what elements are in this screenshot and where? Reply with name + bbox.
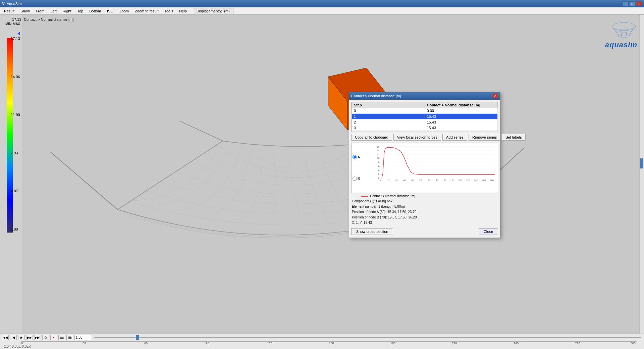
skip-start-button[interactable]: ◀◀ bbox=[2, 335, 9, 340]
svg-text:160: 160 bbox=[442, 179, 446, 182]
close-dialog-button[interactable]: Close bbox=[479, 228, 498, 235]
table-row[interactable]: 215.43 bbox=[352, 119, 498, 125]
radio-b-label[interactable]: B bbox=[353, 177, 360, 181]
close-button[interactable]: ✕ bbox=[636, 1, 642, 6]
menu-zoom-result[interactable]: Zoom to result bbox=[132, 8, 161, 14]
legend-label-0: 17.13 bbox=[11, 37, 20, 41]
tick-270: 270 bbox=[575, 342, 580, 345]
radio-a-input[interactable] bbox=[353, 155, 357, 159]
svg-text:0: 0 bbox=[380, 179, 382, 182]
time-slider[interactable] bbox=[94, 335, 641, 340]
record-button[interactable]: ● bbox=[50, 335, 57, 340]
dialog-titlebar[interactable]: Contact > Normal distanse [m] ✕ bbox=[349, 92, 500, 100]
legend-label-1: 14.06 bbox=[11, 75, 20, 79]
svg-text:100: 100 bbox=[419, 179, 423, 182]
set-labels-button[interactable]: Set labels bbox=[502, 134, 525, 141]
menu-show[interactable]: Show bbox=[18, 8, 33, 14]
time-thumb[interactable] bbox=[136, 335, 139, 340]
results-dialog: Contact > Normal distanse [m] ✕ Step Con… bbox=[349, 92, 500, 238]
remove-series-button[interactable]: Remove series bbox=[469, 134, 500, 141]
radio-a-label[interactable]: A bbox=[353, 155, 360, 159]
displacement-tab[interactable]: Displacement:Z_(m) bbox=[193, 8, 233, 14]
chart-legend-text: Contact > Normal distanse [m] bbox=[370, 194, 415, 198]
add-series-button[interactable]: Add series bbox=[442, 134, 467, 141]
menu-left[interactable]: Left bbox=[48, 8, 59, 14]
table-cell-value: 15.43 bbox=[425, 119, 498, 125]
radio-b-text: B bbox=[358, 177, 360, 181]
table-cell-value: 0.00 bbox=[425, 108, 498, 114]
chart-container: A B bbox=[351, 143, 498, 193]
menu-zoom[interactable]: Zoom bbox=[117, 8, 131, 14]
view-local-section-forces-button[interactable]: View local section forces bbox=[393, 134, 441, 141]
camera-button[interactable]: 📷 bbox=[58, 335, 65, 340]
table-cell-step: 1 bbox=[352, 114, 425, 119]
skip-end-button[interactable]: ▶▶| bbox=[34, 335, 41, 340]
right-slider-thumb[interactable] bbox=[640, 158, 643, 168]
dialog-footer: Show cross-section Close bbox=[351, 227, 498, 236]
svg-text:6: 6 bbox=[378, 165, 380, 167]
svg-text:60: 60 bbox=[404, 179, 406, 182]
table-row[interactable]: 115.43 bbox=[352, 114, 498, 119]
svg-line-13 bbox=[626, 30, 627, 38]
legend-max-label: MAX bbox=[13, 22, 20, 26]
svg-text:240: 240 bbox=[474, 179, 478, 182]
svg-point-10 bbox=[612, 22, 636, 31]
menu-bottom[interactable]: Bottom bbox=[87, 8, 104, 14]
svg-text:220: 220 bbox=[466, 179, 470, 182]
viewport[interactable]: Contact > Normal distanse [m] bbox=[22, 15, 644, 334]
tick-60: 60 bbox=[144, 342, 148, 345]
table-row[interactable]: 415.43 bbox=[352, 131, 498, 132]
svg-text:120: 120 bbox=[427, 179, 431, 182]
menu-help[interactable]: Help bbox=[176, 8, 190, 14]
data-table-scroll[interactable]: Step Contact > Normal distanse [m] 00.00… bbox=[351, 102, 498, 132]
legend-label-4: 4.87 bbox=[11, 189, 20, 193]
table-cell-value: 15.43 bbox=[425, 131, 498, 132]
info-node-a: Position of node A (69): 15.34, 17.50, 2… bbox=[352, 209, 497, 215]
title-bar: V AquaSim − □ ✕ bbox=[0, 0, 644, 7]
radio-b-input[interactable] bbox=[353, 177, 357, 181]
info-element: Element number: 1 (Length: 5.00m) bbox=[352, 204, 497, 209]
right-scroll[interactable] bbox=[639, 15, 644, 334]
fps-label: 1.0 (-0.08s, 0.02x) bbox=[2, 345, 31, 348]
video-button[interactable]: 🎬 bbox=[66, 335, 73, 340]
menu-right[interactable]: Right bbox=[60, 8, 74, 14]
svg-text:180: 180 bbox=[450, 179, 454, 182]
svg-line-0 bbox=[51, 152, 118, 210]
table-row[interactable]: 00.00 bbox=[352, 108, 498, 114]
dialog-title: Contact > Normal distanse [m] bbox=[351, 94, 401, 98]
time-value-input[interactable]: 1.80 bbox=[74, 335, 91, 340]
maximize-button[interactable]: □ bbox=[629, 1, 635, 6]
info-coords: X: 1, Y: 15.43 bbox=[352, 220, 497, 226]
dialog-close-button[interactable]: ✕ bbox=[493, 94, 498, 98]
minimize-button[interactable]: − bbox=[623, 1, 629, 6]
step-back-button[interactable]: ◀ bbox=[10, 335, 17, 340]
menu-result[interactable]: Result bbox=[1, 8, 17, 14]
title-bar-left: V AquaSim bbox=[2, 1, 22, 6]
title-bar-controls[interactable]: − □ ✕ bbox=[623, 1, 642, 6]
step-forward-button[interactable]: ▶▶ bbox=[26, 335, 33, 340]
table-cell-value: 15.43 bbox=[425, 125, 498, 131]
svg-text:12: 12 bbox=[377, 153, 380, 156]
chart-radio-col[interactable]: A B bbox=[352, 143, 361, 193]
bottom-bar: ◀◀ ◀ ▶ ▶▶ ▶▶| ♺ ● 📷 🎬 1.80 0 30 60 90 12… bbox=[0, 334, 644, 349]
tick-30: 30 bbox=[83, 342, 86, 345]
legend-top-value: 17.13 bbox=[12, 17, 20, 21]
menu-iso[interactable]: ISO bbox=[104, 8, 116, 14]
svg-text:16: 16 bbox=[377, 146, 380, 148]
dialog-button-row: Copy all to clipboard View local section… bbox=[351, 134, 498, 141]
play-button[interactable]: ▶ bbox=[18, 335, 25, 340]
table-cell-value: 15.43 bbox=[425, 114, 498, 119]
table-row[interactable]: 315.43 bbox=[352, 125, 498, 131]
copy-all-button[interactable]: Copy all to clipboard bbox=[351, 134, 392, 141]
loop-button[interactable]: ♺ bbox=[42, 335, 49, 340]
main-area: 17.13 MIN MAX 17.13 14.06 11.00 7.93 4.8… bbox=[0, 15, 644, 334]
table-body[interactable]: 00.00115.43215.43315.43415.43515.43 bbox=[352, 108, 498, 132]
table-col-step: Step bbox=[352, 102, 425, 108]
app-icon: V bbox=[2, 1, 5, 6]
menu-front[interactable]: Front bbox=[33, 8, 47, 14]
show-cross-section-button[interactable]: Show cross-section bbox=[351, 228, 393, 235]
time-controls: ◀◀ ◀ ▶ ▶▶ ▶▶| ♺ ● 📷 🎬 1.80 bbox=[0, 334, 644, 341]
menu-tools[interactable]: Tools bbox=[162, 8, 176, 14]
menu-top[interactable]: Top bbox=[74, 8, 86, 14]
radio-a-text: A bbox=[358, 155, 360, 159]
